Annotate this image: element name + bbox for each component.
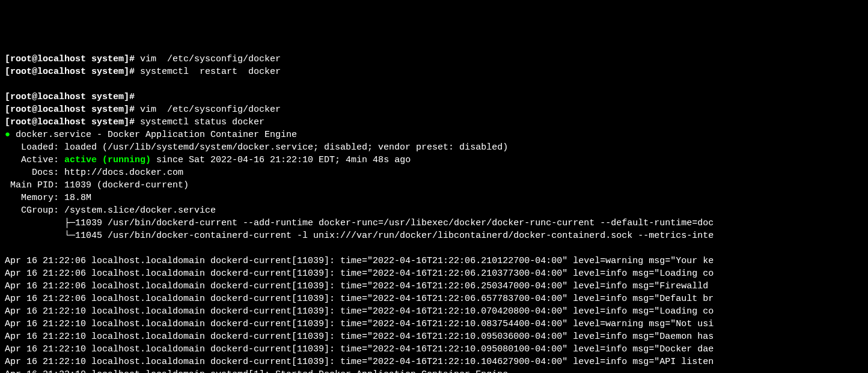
shell-prompt: [root@localhost system]# [5,105,140,115]
cmd-line: systemctl status docker [140,117,264,127]
log-line: Apr 16 21:22:10 localhost.localdomain do… [5,357,714,367]
terminal-output: [root@localhost system]# vim /etc/syscon… [5,53,863,373]
log-line: Apr 16 21:22:10 localhost.localdomain sy… [5,369,513,373]
loaded-line: Loaded: loaded (/usr/lib/systemd/system/… [5,142,508,153]
active-state: active (running) [64,155,151,165]
log-line: Apr 16 21:22:06 localhost.localdomain do… [5,294,714,304]
unit-title: docker.service - Docker Application Cont… [16,130,297,140]
memory-line: Memory: 18.8M [5,193,91,203]
log-line: Apr 16 21:22:06 localhost.localdomain do… [5,256,714,266]
shell-prompt: [root@localhost system]# [5,67,140,77]
cmd-line: vim /etc/sysconfig/docker [140,105,281,115]
cgroup-proc-line: ├─11039 /usr/bin/dockerd-current --add-r… [5,218,714,228]
shell-prompt: [root@localhost system]# [5,117,140,127]
active-since: since Sat 2022-04-16 21:22:10 EDT; 4min … [151,155,411,165]
shell-prompt: [root@localhost system]# [5,54,140,64]
cgroup-proc-line: └─11045 /usr/bin/docker-containerd-curre… [5,231,714,241]
cmd-line: systemctl restart docker [140,67,281,77]
active-label: Active: [5,155,64,165]
log-line: Apr 16 21:22:06 localhost.localdomain do… [5,268,714,279]
log-line: Apr 16 21:22:10 localhost.localdomain do… [5,332,714,342]
cgroup-line: CGroup: /system.slice/docker.service [5,205,216,216]
log-line: Apr 16 21:22:10 localhost.localdomain do… [5,306,714,317]
mainpid-line: Main PID: 11039 (dockerd-current) [5,180,189,190]
log-line: Apr 16 21:22:06 localhost.localdomain do… [5,281,714,291]
status-bullet-icon: ● [5,130,16,140]
cmd-line: vim /etc/sysconfig/docker [140,54,281,64]
docs-line: Docs: http://docs.docker.com [5,168,183,178]
log-line: Apr 16 21:22:10 localhost.localdomain do… [5,319,714,329]
shell-prompt: [root@localhost system]# [5,92,140,102]
log-line: Apr 16 21:22:10 localhost.localdomain do… [5,344,714,354]
